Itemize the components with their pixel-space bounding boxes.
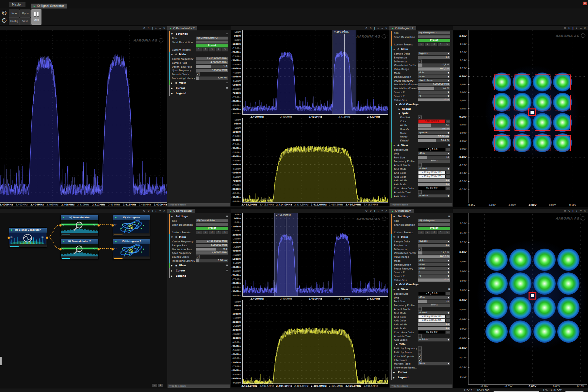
checkbox[interactable] <box>418 190 422 194</box>
section-expand-arrow[interactable]: ▼ <box>393 215 395 218</box>
custom-preset-button[interactable]: 5 <box>222 48 228 52</box>
checkbox[interactable]: ✓ <box>196 255 200 259</box>
open-button[interactable]: Open <box>20 9 31 17</box>
save-button[interactable]: Save <box>20 17 31 25</box>
section-expand-arrow[interactable]: ▶ <box>171 87 173 89</box>
input-port[interactable] <box>111 248 114 251</box>
custom-preset-button[interactable]: 3 <box>431 43 437 46</box>
output-port[interactable] <box>97 224 100 227</box>
tab-hist2[interactable]: ▶IQ Histogram 2 <box>389 26 416 30</box>
pause-icon[interactable]: ∥ <box>374 26 375 30</box>
value-field[interactable]: 4,000000 MHz <box>196 61 228 64</box>
color-field[interactable]: r:255 g:255 b:255 <box>418 171 446 175</box>
play-icon[interactable]: ▶ <box>63 239 64 244</box>
checkbox[interactable] <box>418 347 422 350</box>
stop-button[interactable]: Stop <box>31 9 41 25</box>
download-icon[interactable]: ↓ <box>155 26 157 30</box>
dropdown[interactable]: None▼ <box>418 362 450 366</box>
section-expand-arrow[interactable]: ▶ <box>393 371 395 373</box>
checkbox[interactable]: ✓ <box>418 116 422 119</box>
settings-section-main[interactable]: ▼⊛Main <box>167 234 231 239</box>
gear-icon[interactable]: ⚙ <box>143 26 145 30</box>
settings-subsection[interactable]: ▶Radial <box>389 106 453 111</box>
checkbox[interactable]: ✓ <box>418 354 422 358</box>
search-input[interactable]: Type to search <box>390 384 452 388</box>
checkbox[interactable] <box>418 163 422 167</box>
color-picker-button[interactable]: ... <box>446 187 450 190</box>
select-button[interactable]: Select <box>418 160 450 163</box>
section-expand-arrow[interactable]: ▶ <box>393 376 395 379</box>
gear-icon[interactable]: ⚙ <box>564 209 566 213</box>
value-field[interactable] <box>196 41 228 44</box>
subsection-expand-arrow[interactable]: ▼ <box>396 103 398 105</box>
input-port[interactable] <box>111 224 114 227</box>
color-field[interactable]: r:0 g:0 b:0 <box>418 292 446 296</box>
custom-preset-button[interactable]: 5 <box>222 231 228 234</box>
slider-field[interactable]: 100 % <box>418 127 450 131</box>
select-button[interactable]: Select <box>418 304 450 307</box>
gear-icon[interactable]: ⚙ <box>564 26 566 30</box>
color-picker-button[interactable]: ... <box>446 315 450 318</box>
section-menu-icon[interactable]: ≡ <box>448 143 450 147</box>
value-field[interactable]: 4,00000 MHz <box>196 252 228 255</box>
custom-preset-button[interactable]: 4 <box>438 43 444 46</box>
settings-section-view[interactable]: ▶◉View≡ <box>167 80 231 85</box>
slider-field[interactable]: 6,00 ms <box>196 76 228 80</box>
section-expand-arrow[interactable]: ▼ <box>171 33 173 35</box>
slider-field[interactable]: 50,0 % <box>418 139 450 142</box>
section-expand-arrow[interactable]: ▼ <box>393 288 395 290</box>
custom-preset-button[interactable]: 4 <box>438 231 444 234</box>
dropdown[interactable]: none▼ <box>418 263 450 266</box>
link-icon[interactable]: ∞ <box>580 26 582 30</box>
custom-preset-button[interactable]: 5 <box>444 43 450 46</box>
section-expand-arrow[interactable]: ▼ <box>393 144 395 146</box>
checkbox[interactable]: ✓ <box>418 358 422 362</box>
section-menu-icon[interactable]: ≡ <box>226 264 228 267</box>
dropdown[interactable]: bypass▼ <box>418 52 450 55</box>
marker-frequency-tag[interactable]: 2.415,00MHz <box>333 31 351 34</box>
section-expand-arrow[interactable]: ▶ <box>171 82 173 84</box>
refresh-icon[interactable]: ↻ <box>369 209 372 213</box>
preset-button[interactable]: Preset <box>196 227 228 230</box>
tab-hist1[interactable]: ▶IQ Histogram <box>389 209 414 213</box>
settings-section-main[interactable]: ▼⊛Main <box>389 234 453 239</box>
pause-icon[interactable]: ∥ <box>572 26 574 30</box>
sad-face-icon[interactable]: ☹ <box>1 17 8 24</box>
color-picker-button[interactable]: ... <box>446 331 450 334</box>
link-icon[interactable]: ∞ <box>381 209 384 213</box>
dropdown[interactable]: i▼ <box>418 90 450 94</box>
slider-field[interactable]: 1,0 <box>418 183 450 186</box>
section-expand-arrow[interactable]: ▼ <box>171 215 173 218</box>
custom-preset-button[interactable]: 1 <box>418 231 424 234</box>
refresh-icon[interactable]: ↻ <box>147 26 150 30</box>
settings-section-legend[interactable]: ▶Legend <box>389 375 453 380</box>
custom-preset-button[interactable]: 2 <box>425 43 431 46</box>
settings-section-legend[interactable]: ▶Legend <box>167 273 231 278</box>
new-button[interactable]: New <box>9 9 20 17</box>
tab-demod2[interactable]: ▶IQ Demodulator 2 <box>167 26 197 30</box>
slider-field[interactable]: 10 <box>418 156 450 159</box>
download-icon[interactable]: ↓ <box>576 26 578 30</box>
custom-preset-button[interactable]: 3 <box>209 231 215 234</box>
download-icon[interactable]: ↓ <box>377 209 379 213</box>
section-menu-icon[interactable]: ≡ <box>226 215 228 218</box>
slider-field[interactable]: 10 <box>418 300 450 303</box>
settings-subsection[interactable]: ▼Grid Overlays <box>389 102 453 106</box>
section-expand-arrow[interactable]: ▶ <box>171 270 173 272</box>
search-input[interactable]: Type to search <box>168 203 230 206</box>
dropdown[interactable]: i▼ <box>418 271 450 274</box>
settings-section-settings[interactable]: ▼Settings≡ <box>167 31 231 36</box>
node-iq-histogram[interactable]: ▶IQ Histogram% <box>113 215 150 236</box>
custom-preset-button[interactable]: 3 <box>431 231 437 234</box>
link-icon[interactable]: ∞ <box>159 26 161 30</box>
subsection-expand-arrow[interactable]: ▶ <box>399 107 400 110</box>
settings-section-view[interactable]: ▼◉View≡ <box>389 286 453 292</box>
settings-section-cursor[interactable]: ▶Cursor <box>389 369 453 375</box>
slider-field[interactable]: 100,0 % <box>418 68 450 71</box>
dropdown[interactable]: none▼ <box>418 267 450 270</box>
custom-preset-button[interactable]: 2 <box>203 231 208 234</box>
dropdown[interactable]: dBm▼ <box>418 152 450 155</box>
pause-icon[interactable]: ∥ <box>152 26 153 30</box>
full-span-spectrum-chart[interactable]: 2.400MHz2.402MHz2.404MHz2.406MHz2.408MHz… <box>0 30 167 206</box>
close-icon[interactable]: × <box>385 209 387 213</box>
